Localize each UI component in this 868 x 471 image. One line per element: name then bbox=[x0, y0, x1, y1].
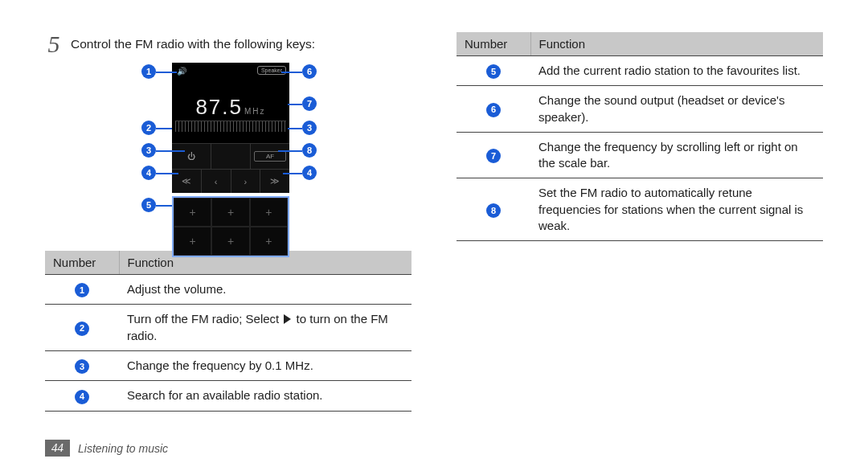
right-column: Number Function 5 Add the current radio … bbox=[457, 32, 823, 412]
row-text: Turn off the FM radio; Select to turn on… bbox=[119, 305, 411, 351]
row-num-icon: 4 bbox=[75, 390, 89, 404]
step-back-icon: ‹ bbox=[202, 170, 231, 193]
callout-4r: 4 bbox=[302, 166, 317, 180]
play-icon bbox=[284, 314, 291, 324]
row-text: Set the FM radio to automatically retune… bbox=[530, 178, 823, 241]
row-num-icon: 7 bbox=[486, 149, 501, 163]
scale-bar bbox=[175, 121, 286, 132]
table-row: 8 Set the FM radio to automatically retu… bbox=[457, 178, 823, 241]
th-function: Function bbox=[530, 32, 823, 56]
callout-1: 1 bbox=[141, 64, 156, 79]
row-num-icon: 6 bbox=[486, 103, 501, 117]
row-num-icon: 8 bbox=[486, 203, 501, 218]
radio-screen: 🔊 Speaker 87.5MHz bbox=[172, 63, 289, 143]
row-num-icon: 5 bbox=[486, 64, 501, 79]
function-table-right: Number Function 5 Add the current radio … bbox=[457, 32, 823, 241]
step-number: 5 bbox=[45, 32, 63, 56]
control-row-2: ≪ ‹ › ≫ bbox=[172, 169, 289, 193]
af-button: AF bbox=[251, 144, 289, 169]
table-row: 6 Change the sound output (headset or de… bbox=[457, 86, 823, 133]
phone-mock: 🔊 Speaker 87.5MHz ⏻ AF ≪ ‹ bbox=[172, 63, 289, 233]
row-num-icon: 1 bbox=[75, 283, 89, 297]
row-num-icon: 2 bbox=[75, 322, 89, 336]
callout-3r: 3 bbox=[302, 121, 317, 135]
volume-icon: 🔊 bbox=[177, 67, 186, 76]
section-title: Listening to music bbox=[78, 442, 168, 455]
step-fwd-icon: › bbox=[231, 170, 261, 193]
row-num-icon: 3 bbox=[75, 359, 89, 374]
spacer bbox=[211, 144, 251, 169]
frequency-display: 87.5MHz bbox=[172, 95, 289, 120]
page-footer: 44 Listening to music bbox=[45, 440, 168, 457]
callout-6: 6 bbox=[302, 64, 317, 79]
diagram: 🔊 Speaker 87.5MHz ⏻ AF ≪ ‹ bbox=[45, 63, 411, 240]
row-text: Change the sound output (headset or devi… bbox=[530, 86, 823, 133]
row-text: Change the frequency by 0.1 MHz. bbox=[119, 350, 411, 380]
page-number: 44 bbox=[45, 440, 70, 457]
speaker-toggle: Speaker bbox=[257, 66, 286, 75]
callout-5: 5 bbox=[141, 198, 156, 212]
callout-4l: 4 bbox=[141, 166, 156, 180]
control-row-1: ⏻ AF bbox=[172, 143, 289, 169]
callout-3l: 3 bbox=[141, 143, 156, 158]
left-column: 5 Control the FM radio with the followin… bbox=[45, 32, 411, 412]
power-icon: ⏻ bbox=[172, 144, 211, 169]
callout-7: 7 bbox=[302, 96, 317, 111]
th-number: Number bbox=[45, 251, 119, 275]
favourites-grid: ++++++ bbox=[172, 196, 289, 257]
row-text: Change the frequency by scrolling left o… bbox=[530, 132, 823, 178]
table-row: 1 Adjust the volume. bbox=[45, 275, 411, 305]
step-text: Control the FM radio with the following … bbox=[71, 32, 315, 51]
callout-2: 2 bbox=[141, 121, 156, 135]
table-row: 5 Add the current radio station to the f… bbox=[457, 56, 823, 86]
table-row: 2 Turn off the FM radio; Select to turn … bbox=[45, 305, 411, 351]
row-text: Add the current radio station to the fav… bbox=[530, 56, 823, 86]
callout-8: 8 bbox=[302, 143, 317, 158]
th-number: Number bbox=[457, 32, 530, 56]
table-row: 3 Change the frequency by 0.1 MHz. bbox=[45, 350, 411, 380]
row-text: Adjust the volume. bbox=[119, 275, 411, 305]
step: 5 Control the FM radio with the followin… bbox=[45, 32, 411, 56]
function-table-left: Number Function 1 Adjust the volume. 2 T… bbox=[45, 251, 411, 412]
row-text: Search for an available radio station. bbox=[119, 381, 411, 411]
table-row: 7 Change the frequency by scrolling left… bbox=[457, 132, 823, 178]
table-row: 4 Search for an available radio station. bbox=[45, 381, 411, 411]
